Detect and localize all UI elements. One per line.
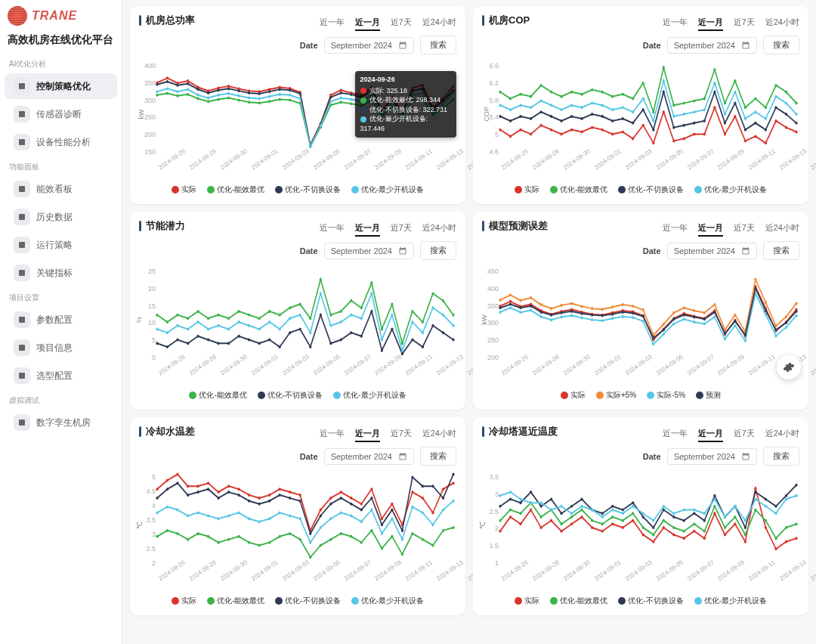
range-tab-week[interactable]: 近7天	[734, 17, 755, 28]
svg-point-246	[754, 110, 756, 113]
svg-point-483	[381, 517, 383, 520]
date-picker[interactable]: September 2024	[324, 448, 414, 465]
date-picker[interactable]: September 2024	[667, 448, 757, 465]
svg-point-535	[299, 500, 301, 503]
svg-point-661	[703, 519, 706, 522]
search-button[interactable]: 搜索	[763, 241, 799, 260]
svg-point-187	[765, 106, 767, 109]
sidebar-item-label: 运行策略	[36, 239, 73, 252]
svg-point-258	[227, 317, 230, 320]
range-tab-month[interactable]: 近一月	[355, 222, 380, 234]
svg-point-326	[309, 331, 311, 334]
svg-point-625	[642, 526, 644, 529]
range-tab-day[interactable]: 近24小时	[422, 17, 456, 28]
range-tab-year[interactable]: 近一年	[663, 222, 688, 234]
date-picker[interactable]: September 2024	[667, 37, 757, 54]
settings-fab[interactable]	[777, 355, 801, 379]
sidebar-item-8[interactable]: 项目信息	[5, 335, 117, 361]
range-tab-year[interactable]: 近一年	[663, 17, 688, 28]
range-tab-year[interactable]: 近一年	[320, 222, 345, 234]
sidebar-item-2[interactable]: 设备性能分析	[5, 129, 117, 155]
date-picker[interactable]: September 2024	[324, 37, 414, 54]
search-button[interactable]: 搜索	[420, 36, 456, 54]
range-tab-year[interactable]: 近一年	[320, 428, 345, 439]
svg-point-292	[268, 339, 270, 342]
svg-point-487	[422, 497, 424, 500]
svg-point-295	[299, 327, 301, 330]
date-picker[interactable]: September 2024	[324, 243, 414, 259]
range-tab-year[interactable]: 近一年	[663, 428, 688, 439]
svg-point-315	[197, 320, 199, 324]
svg-point-388	[672, 311, 675, 314]
sidebar-item-7[interactable]: 参数配置	[5, 307, 117, 333]
svg-point-561	[258, 520, 261, 523]
sidebar-item-1[interactable]: 传感器诊断	[5, 101, 117, 127]
svg-point-607	[765, 526, 767, 529]
svg-point-410	[591, 318, 593, 321]
svg-point-443	[622, 311, 624, 314]
range-tab-week[interactable]: 近7天	[391, 17, 412, 28]
search-button[interactable]: 搜索	[763, 447, 799, 466]
svg-point-52	[268, 100, 270, 103]
range-tab-year[interactable]: 近一年	[320, 17, 345, 28]
svg-point-458	[774, 328, 777, 331]
legend-item: 预测	[696, 390, 721, 401]
sidebar-item-4[interactable]: 历史数据	[5, 204, 117, 230]
svg-point-594	[632, 519, 634, 522]
plot-area: COP 6.66.25.85.454.6 2024-08-262024-08-2…	[482, 57, 799, 171]
svg-point-642	[509, 497, 512, 500]
sidebar-item-3[interactable]: 能效看板	[5, 176, 117, 202]
svg-point-521	[156, 497, 158, 500]
svg-point-120	[350, 98, 352, 101]
title-bar-icon	[482, 426, 484, 437]
svg-point-104	[187, 88, 189, 91]
range-tab-day[interactable]: 近24小时	[765, 222, 799, 234]
card-title-row: 机房总功率	[139, 14, 195, 27]
svg-point-118	[329, 100, 332, 103]
legend: 优化-能效最优优化-不切换设备优化-最少开机设备	[139, 376, 456, 404]
range-tab-week[interactable]: 近7天	[734, 428, 755, 439]
svg-rect-10	[19, 420, 25, 426]
svg-point-551	[156, 511, 158, 514]
svg-point-655	[642, 516, 644, 519]
svg-point-649	[581, 497, 583, 500]
range-tab-month[interactable]: 近一月	[698, 17, 723, 28]
svg-point-665	[744, 526, 746, 529]
range-tab-week[interactable]: 近7天	[391, 428, 412, 439]
search-button[interactable]: 搜索	[763, 36, 799, 54]
svg-point-688	[672, 512, 675, 515]
svg-point-53	[279, 98, 281, 101]
svg-point-72	[166, 80, 168, 83]
svg-point-687	[663, 505, 665, 508]
search-button[interactable]: 搜索	[420, 241, 456, 260]
range-tab-month[interactable]: 近一月	[355, 428, 380, 439]
range-tab-month[interactable]: 近一月	[698, 428, 723, 439]
sidebar-item-5[interactable]: 运行策略	[5, 232, 117, 258]
svg-point-520	[452, 526, 454, 529]
svg-point-563	[279, 511, 281, 514]
range-tab-week[interactable]: 近7天	[391, 222, 412, 234]
sidebar-item-0[interactable]: 控制策略优化	[5, 73, 117, 99]
range-tab-week[interactable]: 近7天	[734, 222, 755, 234]
range-tab-month[interactable]: 近一月	[355, 17, 380, 28]
range-tab-day[interactable]: 近24小时	[765, 428, 799, 439]
sidebar-item-10[interactable]: 数字孪生机房	[5, 410, 117, 435]
sidebar-item-9[interactable]: 选型配置	[5, 363, 117, 389]
svg-point-419	[683, 317, 685, 320]
search-button[interactable]: 搜索	[420, 447, 456, 466]
range-tab-day[interactable]: 近24小时	[765, 17, 799, 28]
svg-point-209	[683, 124, 685, 127]
range-tab-day[interactable]: 近24小时	[422, 428, 456, 439]
svg-point-644	[530, 491, 532, 494]
svg-point-277	[422, 320, 424, 324]
svg-point-270	[350, 299, 352, 302]
sidebar-item-6[interactable]: 关键指标	[5, 260, 117, 286]
range-tab-month[interactable]: 近一月	[698, 222, 723, 234]
range-tab-day[interactable]: 近24小时	[422, 222, 456, 234]
svg-point-119	[340, 97, 342, 100]
svg-point-480	[350, 497, 352, 500]
svg-point-543	[381, 523, 383, 526]
svg-point-589	[581, 516, 583, 519]
svg-point-559	[238, 511, 240, 514]
date-picker[interactable]: September 2024	[667, 243, 757, 259]
